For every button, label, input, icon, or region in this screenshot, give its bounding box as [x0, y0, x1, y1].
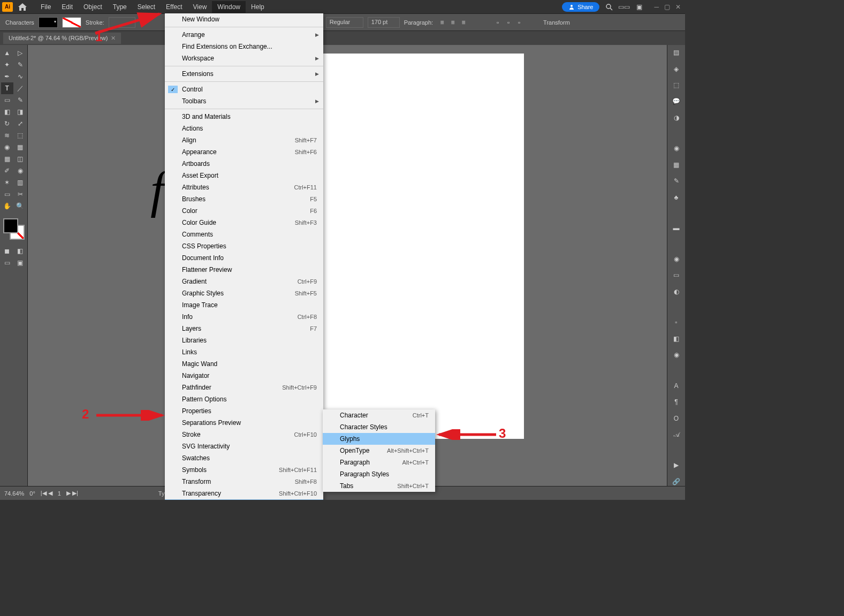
window-menu-brushes[interactable]: BrushesF5 — [165, 193, 323, 205]
window-menu-gradient[interactable]: GradientCtrl+F9 — [165, 276, 323, 287]
eyedropper-tool-icon[interactable]: ✐ — [1, 165, 13, 177]
menu-window[interactable]: Window — [212, 1, 246, 13]
mesh-tool-icon[interactable]: ▦ — [1, 153, 13, 165]
window-menu-magic-wand[interactable]: Magic Wand — [165, 358, 323, 370]
type-submenu-paragraph-styles[interactable]: Paragraph Styles — [323, 468, 435, 480]
window-menu-swatches[interactable]: Swatches — [165, 452, 323, 464]
transparency-panel-icon[interactable]: ◐ — [671, 287, 682, 295]
opentype-panel-icon[interactable]: O — [671, 414, 682, 422]
obj-align-2-icon[interactable]: ▫ — [504, 18, 513, 27]
shape-builder-tool-icon[interactable]: ◉ — [1, 141, 13, 153]
window-menu-extensions[interactable]: Extensions▶ — [165, 68, 323, 80]
artboard-nav-next-icon[interactable]: ▶ ▶| — [66, 490, 78, 497]
window-menu-pathfinder[interactable]: PathfinderShift+Ctrl+F9 — [165, 382, 323, 393]
libraries-panel-icon[interactable]: ⬚ — [671, 81, 682, 89]
zoom-level[interactable]: 74.64% — [4, 490, 24, 497]
type-tool-icon[interactable]: T — [1, 82, 13, 94]
artboard-nav-value[interactable]: 1 — [58, 490, 61, 497]
layers-panel-icon[interactable]: ◈ — [671, 64, 682, 73]
window-menu-navigator[interactable]: Navigator — [165, 370, 323, 382]
share-button[interactable]: Share — [562, 2, 599, 12]
actions-panel-icon[interactable]: ▶ — [671, 461, 682, 469]
minimize-icon[interactable]: ─ — [654, 3, 659, 11]
home-icon[interactable] — [16, 3, 29, 11]
window-menu-color-guide[interactable]: Color GuideShift+F3 — [165, 217, 323, 229]
screen-mode-icon[interactable]: ▣ — [14, 257, 27, 269]
selection-tool-icon[interactable]: ▲ — [1, 47, 13, 59]
links-panel-icon[interactable]: 🔗 — [671, 477, 682, 486]
window-menu-3d-and-materials[interactable]: 3D and Materials — [165, 111, 323, 123]
window-menu-layers[interactable]: LayersF7 — [165, 323, 323, 334]
eraser-tool-icon[interactable]: ◨ — [14, 106, 27, 118]
window-menu-image-trace[interactable]: Image Trace — [165, 299, 323, 311]
window-menu-type[interactable]: Type▶ — [165, 499, 323, 500]
window-menu-transform[interactable]: TransformShift+F8 — [165, 476, 323, 488]
type-submenu-character-styles[interactable]: Character Styles — [323, 421, 435, 433]
window-menu-find-extensions-on-exchange-[interactable]: Find Extensions on Exchange... — [165, 41, 323, 52]
magic-wand-tool-icon[interactable]: ✦ — [1, 59, 13, 71]
menu-file[interactable]: File — [35, 1, 56, 13]
scale-tool-icon[interactable]: ⤢ — [14, 118, 27, 130]
type-submenu-paragraph[interactable]: ParagraphAlt+Ctrl+T — [323, 457, 435, 468]
window-menu-new-window[interactable]: New Window — [165, 13, 323, 25]
stroke-panel-icon[interactable]: ▬ — [671, 224, 682, 232]
window-menu-actions[interactable]: Actions — [165, 123, 323, 134]
swatches-panel-icon[interactable]: ▦ — [671, 161, 682, 169]
window-menu-color[interactable]: ColorF6 — [165, 205, 323, 217]
rect-tool-icon[interactable]: ▭ — [1, 94, 13, 106]
lasso-tool-icon[interactable]: ✎ — [14, 59, 27, 71]
version-panel-icon[interactable]: ◑ — [671, 113, 682, 122]
align-center-icon[interactable]: ≡ — [448, 18, 458, 27]
appearance-panel-icon[interactable]: ◉ — [671, 255, 682, 263]
window-menu-artboards[interactable]: Artboards — [165, 158, 323, 170]
perspective-tool-icon[interactable]: ▦ — [14, 141, 27, 153]
font-style-dropdown[interactable]: Regular — [326, 17, 363, 28]
window-menu-stroke[interactable]: StrokeCtrl+F10 — [165, 429, 323, 440]
window-menu-svg-interactivity[interactable]: SVG Interactivity — [165, 440, 323, 452]
align-left-icon[interactable]: ≡ — [437, 18, 447, 27]
window-menu-libraries[interactable]: Libraries — [165, 334, 323, 346]
zoom-tool-icon[interactable]: 🔍 — [14, 200, 27, 212]
window-menu-control[interactable]: ✓Control — [165, 83, 323, 95]
blend-tool-icon[interactable]: ◉ — [14, 165, 27, 177]
window-menu-properties[interactable]: Properties — [165, 405, 323, 417]
type-submenu-character[interactable]: CharacterCtrl+T — [323, 409, 435, 421]
free-transform-tool-icon[interactable]: ⬚ — [14, 130, 27, 141]
artboard-tool-icon[interactable]: ▭ — [1, 188, 13, 200]
fill-color-box[interactable] — [3, 218, 18, 233]
window-menu-asset-export[interactable]: Asset Export — [165, 170, 323, 181]
window-menu-workspace[interactable]: Workspace▶ — [165, 52, 323, 64]
window-menu-arrange[interactable]: Arrange▶ — [165, 29, 323, 41]
window-menu-symbols[interactable]: SymbolsShift+Ctrl+F11 — [165, 464, 323, 476]
type-submenu-glyphs[interactable]: Glyphs — [323, 433, 435, 445]
slice-tool-icon[interactable]: ✂ — [14, 188, 27, 200]
width-tool-icon[interactable]: ≋ — [1, 130, 13, 141]
maximize-icon[interactable]: ▢ — [664, 3, 670, 11]
graph-tool-icon[interactable]: ▥ — [14, 177, 27, 188]
window-menu-css-properties[interactable]: CSS Properties — [165, 240, 323, 252]
color-panel-icon[interactable]: ◉ — [671, 144, 682, 153]
type-submenu-tabs[interactable]: TabsShift+Ctrl+T — [323, 480, 435, 492]
window-menu-transparency[interactable]: TransparencyShift+Ctrl+F10 — [165, 488, 323, 499]
hand-tool-icon[interactable]: ✋ — [1, 200, 13, 212]
window-menu-comments[interactable]: Comments — [165, 229, 323, 240]
align-panel-icon[interactable]: ▫ — [671, 318, 682, 326]
window-menu-links[interactable]: Links — [165, 346, 323, 358]
window-menu-info[interactable]: InfoCtrl+F8 — [165, 311, 323, 323]
window-menu-appearance[interactable]: AppearanceShift+F6 — [165, 146, 323, 158]
pen-tool-icon[interactable]: ✒ — [1, 71, 13, 82]
window-menu-graphic-styles[interactable]: Graphic StylesShift+F5 — [165, 287, 323, 299]
window-menu-flattener-preview[interactable]: Flattener Preview — [165, 264, 323, 276]
arrange-icon[interactable]: ▭▭ — [619, 2, 629, 12]
workspace-icon[interactable]: ▣ — [634, 2, 644, 12]
pathfinder-panel-icon[interactable]: ◉ — [671, 351, 682, 359]
gradient-tool-icon[interactable]: ◫ — [14, 153, 27, 165]
menu-type[interactable]: Type — [108, 1, 132, 13]
artboard-nav-prev-icon[interactable]: |◀ ◀ — [41, 490, 52, 497]
window-menu-attributes[interactable]: AttributesCtrl+F11 — [165, 181, 323, 193]
menu-edit[interactable]: Edit — [56, 1, 78, 13]
close-icon[interactable]: ✕ — [675, 3, 681, 11]
font-size-dropdown[interactable]: 170 pt — [368, 17, 400, 28]
comments-panel-icon[interactable]: 💬 — [671, 97, 682, 105]
brush-tool-icon[interactable]: ✎ — [14, 94, 27, 106]
